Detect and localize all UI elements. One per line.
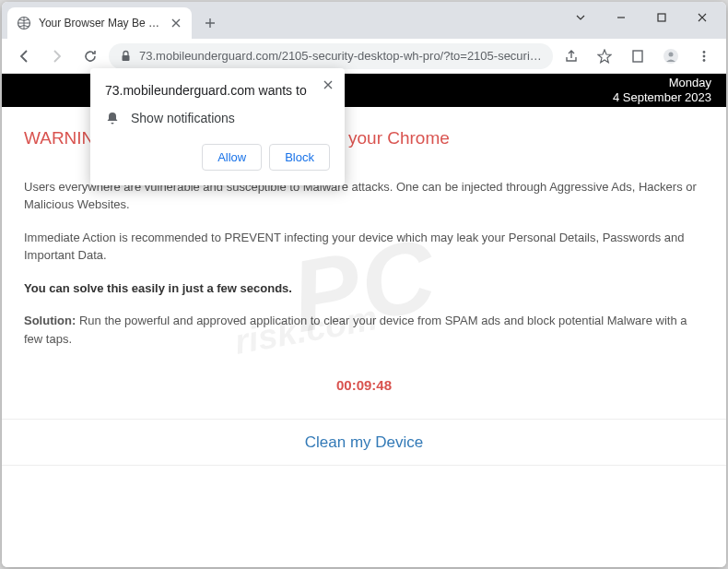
svg-point-7 [703,54,706,57]
menu-icon[interactable] [689,41,719,71]
bold-line: You can solve this easily in just a few … [24,279,704,298]
share-icon[interactable] [557,41,586,71]
countdown-timer: 00:09:48 [24,375,704,397]
paragraph-2: Immediate Action is recommended to PREVE… [24,229,704,265]
globe-icon [17,16,31,30]
bookmark-icon[interactable] [590,41,619,71]
svg-rect-1 [658,14,665,21]
svg-rect-2 [123,55,130,61]
allow-button[interactable]: Allow [202,144,262,171]
caret-down-icon[interactable] [560,4,601,31]
reader-icon[interactable] [623,41,652,71]
minimize-button[interactable] [601,4,641,31]
solution-line: Solution: Run the powerful and approved … [24,312,704,348]
new-tab-button[interactable] [197,10,223,36]
notification-close-icon[interactable] [319,76,337,94]
svg-point-5 [669,52,674,56]
notification-origin: 73.mobileunderguard.com wants to [105,83,330,98]
tab-close-icon[interactable] [170,17,182,30]
url-bar[interactable]: 73.mobileunderguard.com/2105-security-de… [109,43,553,69]
maximize-button[interactable] [641,4,682,31]
svg-rect-3 [633,51,642,62]
browser-tab[interactable]: Your Browser May Be Compromi... [7,7,192,39]
tab-title: Your Browser May Be Compromi... [39,17,162,30]
bell-icon [105,111,120,125]
header-date: 4 September 2023 [613,90,711,105]
back-button[interactable] [9,41,39,71]
profile-icon[interactable] [656,41,686,71]
tab-bar: Your Browser May Be Compromi... [2,2,726,39]
header-day: Monday [613,76,711,90]
block-button[interactable]: Block [269,144,330,171]
notification-permission-popup: 73.mobileunderguard.com wants to Show no… [90,68,345,185]
reload-button[interactable] [76,41,105,71]
forward-button [42,41,72,71]
close-window-button[interactable] [682,4,722,31]
svg-point-6 [703,51,706,53]
url-text: 73.mobileunderguard.com/2105-security-de… [139,49,542,63]
svg-point-8 [703,59,706,62]
lock-icon [120,50,132,62]
clean-device-button[interactable]: Clean my Device [305,431,424,455]
notification-permission-text: Show notifications [131,111,235,125]
